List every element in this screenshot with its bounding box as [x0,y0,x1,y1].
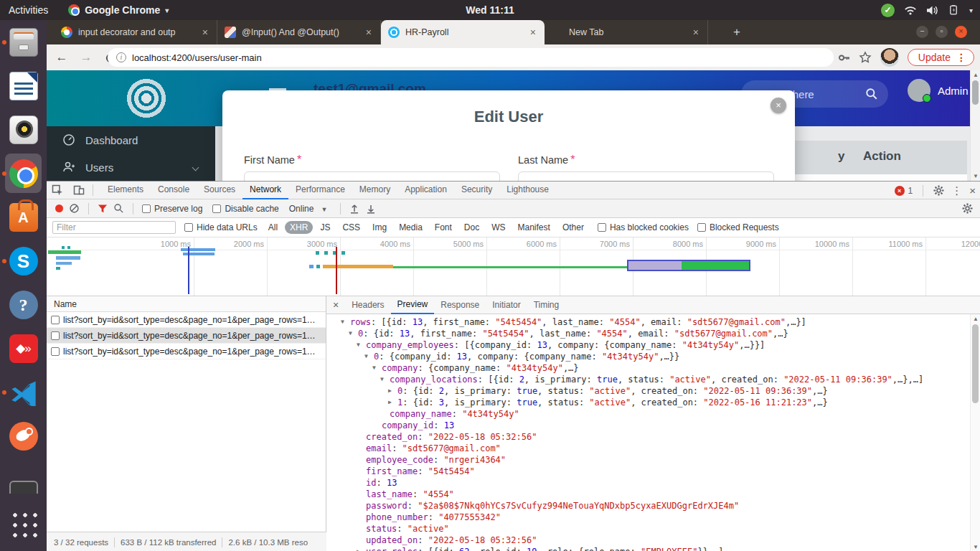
import-har-icon[interactable] [349,204,359,214]
json-tree-line[interactable]: ▼company: {company_name: "4t34ty54y",…} [326,362,970,374]
record-button[interactable] [55,204,63,212]
dock-item-libreoffice-writer[interactable] [0,64,47,108]
scroll-up-icon[interactable]: ▲ [973,72,979,78]
selected-request-waterfall[interactable] [627,260,750,271]
json-tree-line[interactable]: created_on: "2022-05-18 05:32:56" [326,431,970,443]
new-tab-button[interactable]: + [728,24,745,42]
json-tree-line[interactable]: id: 13 [326,477,970,489]
json-tree-line[interactable]: last_name: "4554" [326,489,970,500]
request-checkbox[interactable] [51,316,60,324]
checkbox-icon[interactable] [184,223,193,232]
filter-pill-ws[interactable]: WS [486,221,510,234]
site-info-icon[interactable]: i [116,52,126,62]
tree-collapsed-icon[interactable]: ▶ [357,546,360,551]
devtools-tab-sources[interactable]: Sources [197,182,242,199]
system-tray[interactable]: ✓ ▾ [881,0,973,20]
dock-item-postman[interactable] [0,414,47,458]
tree-collapsed-icon[interactable]: ▶ [388,385,392,397]
checkbox-icon[interactable] [142,204,151,213]
hide-data-urls-checkbox[interactable]: Hide data URLs [184,222,258,232]
filter-icon[interactable] [98,204,108,214]
has-blocked-cookies-checkbox[interactable]: Has blocked cookies [598,222,689,232]
json-tree-line[interactable]: employee_code: "nrgeri4364" [326,454,970,466]
dock-item-skype[interactable]: S [0,239,47,283]
browser-tab[interactable]: HR-Payroll× [381,20,545,44]
filter-pill-manifest[interactable]: Manifest [513,221,555,234]
devtools-tab-network[interactable]: Network [242,182,288,199]
json-tree-line[interactable]: password: "$2a$08$7Nkq0hYCs7SvCufyz994Ne… [326,500,970,512]
scroll-up-icon[interactable]: ▲ [973,316,979,322]
key-icon[interactable] [838,52,850,64]
dock-item-rhythmbox[interactable] [0,108,47,151]
json-tree-line[interactable]: first_name: "54t5454" [326,466,970,477]
detail-close-icon[interactable]: × [326,299,345,311]
json-tree-line[interactable]: ▶1: {id: 3, is_primary: true, status: "a… [326,397,970,408]
json-tree-line[interactable]: ▼0: {company_id: 13, company: {company_n… [326,351,970,362]
maximize-button[interactable]: ▫ [936,26,948,38]
status-check-icon[interactable]: ✓ [881,4,895,17]
checkbox-icon[interactable] [697,223,706,232]
filter-pill-doc[interactable]: Doc [459,221,484,234]
devtools-tab-memory[interactable]: Memory [352,182,397,199]
browser-tab[interactable]: @Input() And @Output()× [217,20,381,44]
devtools-menu-icon[interactable]: ⋮ [951,184,962,197]
clear-icon[interactable] [69,203,80,214]
filter-pill-font[interactable]: Font [430,221,457,234]
checkbox-icon[interactable] [212,204,221,213]
disable-cache-checkbox[interactable]: Disable cache [212,204,278,214]
dock-item-show-applications[interactable] [0,501,47,545]
scroll-thumb[interactable] [972,80,979,105]
dock-item-vscode[interactable] [0,370,47,414]
tree-expanded-icon[interactable]: ▼ [372,362,376,374]
filter-input[interactable] [52,221,176,234]
scroll-down-icon[interactable]: ▼ [973,544,979,550]
dock-item-ubuntu-software[interactable] [0,195,47,239]
request-row[interactable]: list?sort_by=id&sort_type=desc&page_no=1… [47,344,326,359]
filter-pill-all[interactable]: All [263,221,283,234]
filter-pill-xhr[interactable]: XHR [285,221,313,234]
requests-name-column-header[interactable]: Name [47,296,326,312]
network-settings-icon[interactable] [962,203,973,214]
detail-tab-preview[interactable]: Preview [391,296,435,314]
address-bar[interactable]: i localhost:4200/users/user-main [108,48,834,67]
detail-tab-headers[interactable]: Headers [345,297,390,314]
json-tree-line[interactable]: status: "active" [326,523,970,534]
devtools-tab-performance[interactable]: Performance [288,182,352,199]
detail-tab-initiator[interactable]: Initiator [486,297,527,314]
request-row[interactable]: list?sort_by=id&sort_type=desc&page_no=1… [47,328,326,344]
modal-close-button[interactable]: × [771,98,786,113]
sidebar-item-dashboard[interactable]: Dashboard [47,126,215,154]
devtools-scrollbar[interactable]: ▲ ▼ [970,314,980,551]
request-row[interactable]: list?sort_by=id&sort_type=desc&page_no=1… [47,312,326,328]
profile-avatar[interactable] [880,48,899,67]
preserve-log-checkbox[interactable]: Preserve log [142,204,202,214]
filter-pill-media[interactable]: Media [394,221,428,234]
first-name-input[interactable] [244,171,500,181]
detail-tab-response[interactable]: Response [434,297,486,314]
search-network-icon[interactable] [113,203,124,214]
dock-item-tray[interactable] [0,458,47,501]
tab-close-icon[interactable]: × [692,27,700,38]
forward-button[interactable]: → [77,50,95,65]
json-tree-line[interactable]: ▶0: {id: 2, is_primary: true, status: "a… [326,385,970,397]
tree-collapsed-icon[interactable]: ▶ [388,397,392,408]
tree-expanded-icon[interactable]: ▼ [364,351,368,362]
error-badge[interactable]: × 1 [895,186,913,196]
filter-pill-js[interactable]: JS [315,221,335,234]
page-scrollbar[interactable]: ▲ ▼ [970,70,980,181]
dock-item-extension-app[interactable]: ◆» [0,326,47,370]
scroll-down-icon[interactable]: ▼ [973,173,979,179]
tree-expanded-icon[interactable]: ▼ [357,339,360,351]
dock-item-google-chrome[interactable] [0,151,47,195]
json-tree-line[interactable]: company_name: "4t34ty54y" [326,408,970,420]
request-checkbox[interactable] [51,347,60,356]
blocked-requests-checkbox[interactable]: Blocked Requests [697,222,779,232]
bookmark-star-icon[interactable] [859,51,872,64]
devtools-settings-icon[interactable] [933,185,944,196]
json-tree-line[interactable]: ▶user_roles: [{id: 62, role_id: 19, role… [326,546,970,551]
inspect-element-icon[interactable] [47,184,68,196]
json-tree-line[interactable]: email: "sdt5677@gmail.com" [326,443,970,454]
devtools-close-icon[interactable]: × [969,184,976,197]
browser-menu-icon[interactable]: ⋮ [956,52,966,63]
clock[interactable]: Wed 11:11 [0,4,980,16]
